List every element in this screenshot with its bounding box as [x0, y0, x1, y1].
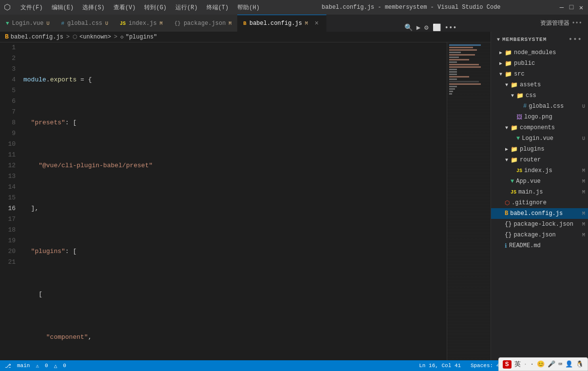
folder-icon: 📁: [505, 60, 512, 67]
line-num-12: 12: [0, 160, 16, 171]
sidebar-item-logo-png[interactable]: 🖼 logo.png: [491, 112, 588, 122]
code-line-4: ],: [23, 203, 447, 214]
breadcrumb-sym-icon: ◇: [120, 34, 124, 40]
menu-run[interactable]: 运行(R): [171, 2, 202, 13]
sidebar-item-src[interactable]: ▼ 📁 src: [491, 69, 588, 79]
app-logo-icon: ⬡: [4, 2, 11, 12]
code-token: "component": [46, 332, 88, 343]
debug-icon[interactable]: ⚙: [424, 23, 428, 32]
resource-manager-button[interactable]: 资源管理器 •••: [534, 15, 588, 32]
ime-penguin-icon[interactable]: 🐧: [576, 360, 584, 368]
ime-emoji-icon[interactable]: 😊: [537, 360, 545, 368]
file-badge: M: [582, 211, 588, 216]
line-num-7: 7: [0, 107, 16, 117]
tab-package-json[interactable]: {} package.json M: [169, 15, 238, 32]
code-content[interactable]: module.exports = { "presets": [ "@vue/cl…: [19, 42, 447, 371]
file-label: assets: [520, 81, 588, 88]
tab-close-button[interactable]: ×: [313, 20, 321, 27]
ime-lang-label[interactable]: 英: [514, 360, 521, 369]
resource-manager-label: 资源管理器: [540, 19, 569, 27]
file-badge: M: [582, 190, 588, 195]
sidebar-more-icon[interactable]: •••: [569, 36, 582, 43]
warnings-label[interactable]: 0: [63, 363, 66, 369]
menu-file[interactable]: 文件(F): [17, 2, 47, 13]
tab-babel-config[interactable]: B babel.config.js M ×: [237, 15, 326, 32]
spaces-label[interactable]: Spaces: 4: [471, 363, 499, 369]
json-icon: {}: [174, 20, 181, 26]
sidebar-item-package-lock[interactable]: {} package-lock.json M: [491, 219, 588, 230]
sidebar-item-login-vue[interactable]: ▼ Login.vue U: [491, 133, 588, 144]
line-num-20: 20: [0, 246, 16, 257]
sidebar-item-main-js[interactable]: JS main.js M: [491, 187, 588, 197]
breadcrumb-sep1: >: [66, 34, 70, 40]
code-token: = {: [76, 75, 92, 85]
menu-view[interactable]: 查看(V): [110, 2, 140, 13]
menu-terminal[interactable]: 终端(T): [203, 2, 233, 13]
search-icon[interactable]: 🔍: [404, 23, 413, 32]
js-file-icon: JS: [516, 168, 522, 174]
file-label: logo.png: [524, 114, 588, 120]
title-bar: ⬡ 文件(F) 编辑(E) 选择(S) 查看(V) 转到(G) 运行(R) 终端…: [0, 0, 588, 15]
minimize-button[interactable]: —: [559, 4, 565, 10]
sidebar-header: ▼ MEMBERSYSTEM •••: [491, 32, 588, 47]
sidebar-item-package-json[interactable]: {} package.json M: [491, 230, 588, 240]
menu-help[interactable]: 帮助(H): [233, 2, 264, 13]
sidebar-item-global-css[interactable]: # global.css U: [491, 101, 588, 112]
file-label: package-lock.json: [513, 221, 582, 228]
sidebar-item-assets[interactable]: ▼ 📁 assets: [491, 79, 588, 90]
file-label: README.md: [509, 242, 588, 249]
sidebar-item-router[interactable]: ▼ 📁 router: [491, 155, 588, 165]
close-button[interactable]: ✕: [578, 4, 584, 10]
line-num-11: 11: [0, 150, 16, 160]
file-label: public: [514, 60, 588, 67]
sidebar-item-router-index[interactable]: JS index.js M: [491, 165, 588, 176]
sidebar-item-public[interactable]: ▶ 📁 public: [491, 58, 588, 69]
breadcrumb-file[interactable]: babel.config.js: [11, 34, 63, 40]
file-badge: U: [582, 136, 588, 141]
code-token: [23, 117, 31, 128]
sidebar-item-components[interactable]: ▼ 📁 components: [491, 122, 588, 133]
split-icon[interactable]: ⬜: [433, 23, 441, 32]
tab-badge: U: [105, 21, 108, 26]
file-badge: U: [582, 104, 588, 109]
sidebar-item-readme[interactable]: ℹ README.md: [491, 240, 588, 251]
ime-mic-icon[interactable]: 🎤: [548, 360, 555, 368]
tab-login-vue[interactable]: ▼ Login.vue U: [0, 15, 55, 32]
tab-global-css[interactable]: # global.css U: [55, 15, 114, 32]
sidebar-chevron-icon[interactable]: ▼: [497, 37, 500, 42]
ime-keyboard-icon[interactable]: ⌨: [558, 360, 562, 368]
editor-area: B babel.config.js > ⬡ <unknown> > ◇ "plu…: [0, 32, 491, 371]
sidebar-item-plugins[interactable]: ▶ 📁 plugins: [491, 144, 588, 155]
window-controls: — □ ✕: [559, 4, 584, 10]
breadcrumb-plugins[interactable]: "plugins": [126, 34, 157, 40]
breadcrumb-unknown[interactable]: <unknown>: [79, 34, 111, 40]
ime-user-icon[interactable]: 👤: [565, 360, 573, 368]
code-editor[interactable]: 1 2 3 4 5 6 7 8 9 10 11 12 13 14 15 16 1…: [0, 42, 491, 371]
ln-col-label[interactable]: Ln 16, Col 41: [419, 363, 461, 369]
code-token: "@vue/cli-plugin-babel/preset": [38, 160, 152, 171]
menu-goto[interactable]: 转到(G): [140, 2, 171, 13]
sidebar-title: MEMBERSYSTEM: [502, 37, 547, 42]
more-icon[interactable]: •••: [445, 24, 457, 32]
maximize-button[interactable]: □: [569, 4, 574, 10]
file-label: Login.vue: [522, 135, 582, 142]
menu-select[interactable]: 选择(S): [78, 2, 109, 13]
vue-file-icon: ▼: [516, 135, 520, 142]
tab-index-js[interactable]: JS index.js M: [114, 15, 169, 32]
line-num-9: 9: [0, 128, 16, 139]
chevron-right-icon: ▶: [497, 60, 505, 66]
tab-badge: M: [305, 21, 308, 26]
ime-quote-icon[interactable]: ·: [530, 361, 534, 368]
sidebar-item-babel-config[interactable]: B babel.config.js M: [491, 208, 588, 219]
sidebar-item-css[interactable]: ▼ 📁 css: [491, 90, 588, 101]
sidebar-item-app-vue[interactable]: ▼ App.vue M: [491, 176, 588, 187]
menu-edit[interactable]: 编辑(E): [48, 2, 78, 13]
errors-label[interactable]: 0: [45, 363, 48, 369]
window-title: babel.config.js - membersystem - Visual …: [264, 4, 559, 11]
babel-icon: B: [243, 20, 247, 26]
git-branch-label[interactable]: main: [17, 363, 30, 369]
chevron-right-icon: ▶: [503, 146, 511, 152]
run-icon[interactable]: ▶: [417, 23, 420, 32]
sidebar-item-node-modules[interactable]: ▶ 📁 node_modules: [491, 47, 588, 58]
sidebar-item-gitignore[interactable]: ⬡ .gitignore: [491, 197, 588, 208]
